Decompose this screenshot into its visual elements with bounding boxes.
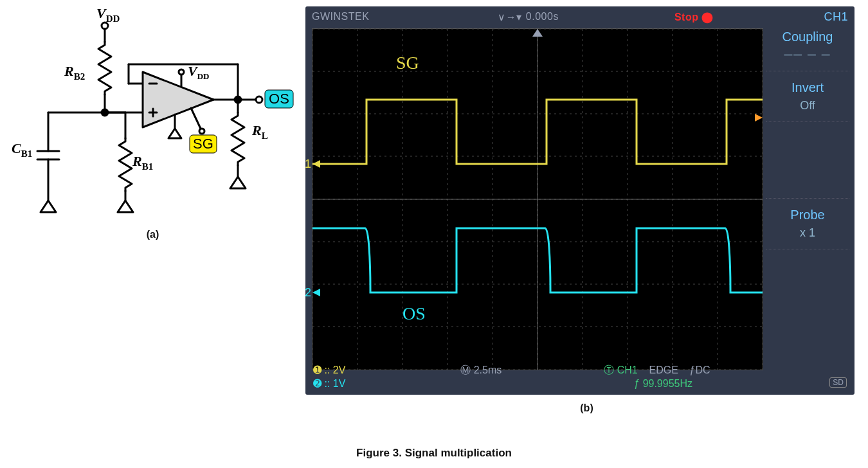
- scope-run-state: Stop ⬤: [674, 11, 714, 23]
- svg-line-23: [191, 108, 201, 129]
- svg-point-27: [256, 96, 262, 103]
- freq-tag: ƒ: [634, 378, 640, 389]
- svg-marker-34: [532, 29, 543, 37]
- svg-marker-36: [312, 289, 320, 296]
- rb2-label: RB2: [64, 63, 85, 82]
- scope-time-value: 0.000s: [526, 11, 559, 22]
- svg-point-21: [179, 69, 184, 75]
- timebase-tag: Ⓜ: [460, 364, 471, 375]
- sublabel-b: (b): [305, 402, 868, 414]
- scope-brand: GWINSTEK: [312, 11, 369, 22]
- rb1-label: RB1: [132, 153, 153, 172]
- figure-caption: Figure 3. Signal multiplication: [0, 447, 868, 460]
- menu-probe[interactable]: Probe x 1: [766, 199, 849, 249]
- menu-invert[interactable]: Invert Off: [766, 71, 849, 122]
- freq: 99.9955Hz: [643, 378, 692, 389]
- scope-side-menu: Coupling ── ─ ─ Invert Off Probe x 1: [766, 21, 849, 249]
- ch1-scale-tag: ➊: [313, 364, 321, 375]
- sublabel-a: (a): [0, 229, 305, 240]
- scope-bottom-bar: ➊ :: 2V Ⓜ 2.5ms Ⓣ CH1 EDGE ƒDC ➋ :: 1V: [313, 364, 847, 390]
- oscilloscope-screen: GWINSTEK ∨→▾ 0.000s Stop ⬤ CH1: [305, 6, 854, 395]
- os-tag-label: OS: [269, 91, 289, 107]
- circuit-diagram: SG OS VDD VDD RB2 RB1 CB1 RL: [0, 0, 305, 219]
- svg-marker-37: [755, 114, 763, 122]
- circuit-panel: SG OS VDD VDD RB2 RB1 CB1 RL (a): [0, 0, 305, 411]
- sd-icon: SD: [829, 377, 847, 388]
- ch2-scale-tag: ➋: [313, 378, 321, 389]
- scope-waveform-area: 1 2 SG OS: [312, 28, 763, 370]
- trig-src: CH1: [617, 364, 638, 375]
- trace-label-sg: SG: [396, 53, 419, 73]
- ch1-scale: :: 2V: [324, 364, 345, 375]
- trig-coupling: ƒDC: [690, 364, 710, 375]
- ch1-zero-marker: 1: [305, 158, 311, 170]
- trig-src-tag: Ⓣ: [604, 364, 614, 375]
- menu-coupling[interactable]: Coupling ── ─ ─: [766, 21, 849, 71]
- sg-tag-label: SG: [193, 136, 213, 152]
- cb1-label: CB1: [12, 140, 32, 159]
- ch2-scale: :: 1V: [324, 378, 345, 389]
- vdd-amp-label: VDD: [188, 63, 209, 81]
- trig-arrow-icon: ∨→▾: [498, 11, 522, 23]
- trig-mode: EDGE: [649, 364, 678, 375]
- trace-label-os: OS: [402, 303, 426, 323]
- timebase: 2.5ms: [474, 364, 502, 375]
- svg-point-24: [199, 129, 204, 134]
- rl-label: RL: [251, 122, 268, 141]
- scope-panel: GWINSTEK ∨→▾ 0.000s Stop ⬤ CH1: [305, 0, 868, 411]
- ch2-zero-marker: 2: [305, 286, 311, 299]
- vdd-label: VDD: [96, 5, 120, 24]
